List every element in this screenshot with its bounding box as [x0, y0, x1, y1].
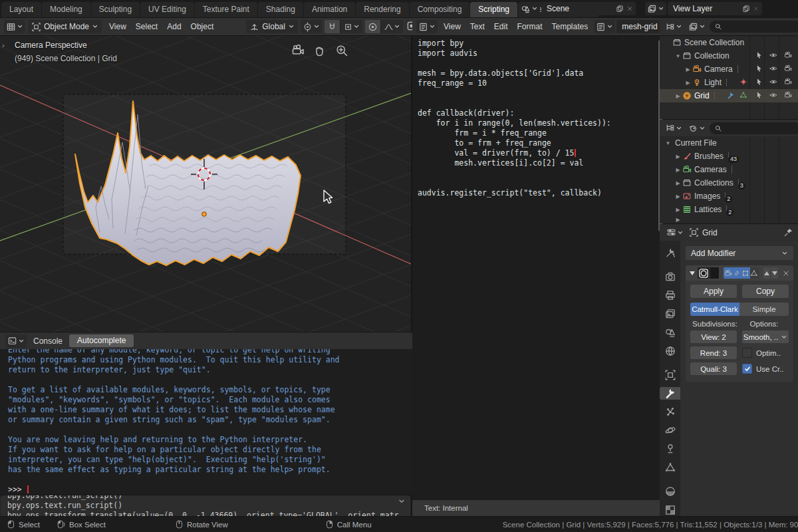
blend-file-row-lattices[interactable]: ▶Lattices2 — [660, 203, 798, 216]
render-visibility-toggle-icon[interactable] — [784, 51, 792, 59]
pivot-point-button[interactable] — [301, 20, 322, 33]
workspace-tab-scripting[interactable]: Scripting — [470, 2, 517, 17]
blend-file-row-brushes[interactable]: ▶Brushes43 — [660, 150, 798, 163]
text-editor-type-button[interactable] — [416, 20, 438, 33]
viewport-menu-object[interactable]: Object — [186, 22, 219, 31]
workspace-tab-uv-editing[interactable]: UV Editing — [140, 2, 194, 17]
text-menu-templates[interactable]: Templates — [547, 22, 593, 31]
workspace-tab-modeling[interactable]: Modeling — [42, 2, 90, 17]
new-scene-icon[interactable] — [616, 5, 624, 13]
wrench-icon[interactable] — [727, 91, 735, 99]
properties-tab-modifier[interactable] — [660, 387, 680, 400]
text-menu-view[interactable]: View — [439, 22, 466, 31]
blend-file-search-input[interactable] — [710, 122, 798, 134]
text-datablock-browse-button[interactable] — [594, 20, 615, 33]
outliner-row-scene-collection[interactable]: Scene Collection — [660, 36, 798, 49]
properties-tab-material[interactable] — [660, 485, 680, 497]
text-menu-text[interactable]: Text — [466, 22, 489, 31]
properties-tab-texture[interactable] — [660, 503, 680, 516]
move-down-button[interactable] — [770, 267, 778, 279]
expand-icon[interactable] — [689, 270, 696, 277]
falloff-button[interactable] — [380, 20, 403, 33]
text-menu-format[interactable]: Format — [513, 22, 547, 31]
expander-icon[interactable]: ▶ — [674, 207, 682, 213]
outliner-row-light[interactable]: ▶Light — [660, 76, 798, 89]
expander-icon[interactable]: ▼ — [664, 140, 672, 146]
workspace-tab-sculpting[interactable]: Sculpting — [91, 2, 140, 17]
uv-smooth-dropdown[interactable]: Smooth, .. — [742, 331, 789, 343]
render-visibility-toggle-icon[interactable] — [784, 78, 792, 86]
view-subdivisions-field[interactable]: View: 2 — [690, 331, 737, 343]
properties-tab-tool[interactable] — [660, 247, 680, 259]
sidebar-toggle-arrow[interactable]: › — [2, 41, 5, 49]
text-editor-body[interactable]: import bpyimport audvismesh = bpy.data.o… — [412, 36, 664, 503]
properties-tab-object[interactable] — [660, 368, 680, 381]
properties-tab-scene[interactable] — [660, 326, 680, 338]
properties-tab-vlayer[interactable] — [660, 308, 680, 321]
editor-type-button[interactable] — [4, 20, 25, 33]
chevron-down-icon[interactable] — [398, 497, 406, 505]
simple-button[interactable]: Simple — [739, 303, 789, 316]
workspace-tab-texture-paint[interactable]: Texture Paint — [195, 2, 257, 17]
properties-tab-world[interactable] — [660, 344, 680, 357]
workspace-tab-layout[interactable]: Layout — [1, 2, 41, 17]
hide-toggle-icon[interactable] — [769, 78, 777, 86]
zoom-icon[interactable] — [335, 44, 348, 57]
mode-dropdown[interactable]: Object Mode — [28, 20, 102, 33]
console-prompt[interactable]: >>> — [8, 485, 419, 495]
add-modifier-dropdown[interactable]: Add Modifier — [686, 246, 793, 260]
remove-view-layer-icon[interactable] — [753, 5, 759, 12]
selectable-toggle-icon[interactable] — [755, 65, 763, 72]
camera-view-icon[interactable] — [291, 44, 305, 57]
expander-icon[interactable]: ▶ — [684, 66, 692, 72]
transform-orientation-dropdown[interactable]: Global — [246, 20, 298, 33]
delete-modifier-icon[interactable] — [782, 269, 790, 277]
expander-icon[interactable]: ▶ — [674, 93, 682, 99]
catmull-clark-button[interactable]: Catmull-Clark — [690, 303, 739, 316]
scene-name-field[interactable]: Scene — [541, 2, 636, 15]
pan-hand-icon[interactable] — [313, 44, 327, 57]
scene-browse-button[interactable] — [519, 2, 540, 15]
pin-icon[interactable] — [783, 227, 793, 237]
new-view-layer-icon[interactable] — [742, 5, 750, 13]
blend-file-row-partial[interactable]: ▶ — [660, 216, 798, 223]
viewport-menu-view[interactable]: View — [104, 22, 131, 31]
expander-icon[interactable]: ▼ — [674, 53, 682, 59]
expander-icon[interactable]: ▶ — [684, 80, 692, 86]
use-creases-checkbox[interactable] — [742, 364, 752, 374]
render-visibility-toggle-icon[interactable] — [784, 91, 792, 99]
blend-file-filter-button[interactable] — [686, 122, 708, 135]
selectable-toggle-icon[interactable] — [755, 51, 763, 59]
viewport-menu-select[interactable]: Select — [131, 22, 162, 31]
apply-button[interactable]: Apply — [690, 285, 737, 298]
expander-icon[interactable]: ▶ — [674, 180, 682, 186]
outliner-row-collection[interactable]: ▼Collection — [660, 49, 798, 63]
view-layer-browse-button[interactable] — [645, 2, 666, 15]
workspace-tab-rendering[interactable]: Rendering — [356, 2, 408, 17]
properties-tab-constraints[interactable] — [660, 443, 680, 456]
render-visibility-toggle-icon[interactable] — [784, 65, 792, 72]
properties-tab-render[interactable] — [660, 271, 680, 283]
optimal-display-checkbox[interactable] — [742, 348, 752, 358]
snap-toggle-button[interactable] — [325, 20, 340, 33]
render-subdivisions-field[interactable]: Rend: 3 — [690, 346, 737, 359]
blend-file-row-images[interactable]: ▶Images2 — [660, 190, 798, 203]
outliner-row-grid[interactable]: ▶Grid — [660, 89, 798, 102]
quality-field[interactable]: Quali: 3 — [690, 362, 737, 375]
outliner-search-input[interactable] — [710, 21, 798, 33]
outliner-display-mode-button[interactable] — [663, 20, 684, 33]
modifier-name-field[interactable] — [710, 267, 719, 279]
text-datablock-name-field[interactable]: mesh-grid — [616, 20, 662, 33]
hide-toggle-icon[interactable] — [769, 91, 777, 99]
properties-tab-data[interactable] — [660, 461, 680, 473]
properties-tab-output[interactable] — [660, 289, 680, 302]
autocomplete-button[interactable]: Autocomplete — [69, 334, 134, 347]
reddot-icon[interactable] — [739, 78, 747, 86]
meshdata-icon[interactable] — [739, 91, 747, 99]
blend-file-row-collections[interactable]: ▶Collections3 — [660, 176, 798, 190]
selectable-toggle-icon[interactable] — [755, 78, 763, 86]
expander-icon[interactable]: ▶ — [674, 217, 682, 223]
blend-file-display-mode-button[interactable] — [663, 122, 684, 135]
display-cage-toggle[interactable] — [750, 267, 759, 279]
outliner-row-camera[interactable]: ▶Camera — [660, 63, 798, 76]
